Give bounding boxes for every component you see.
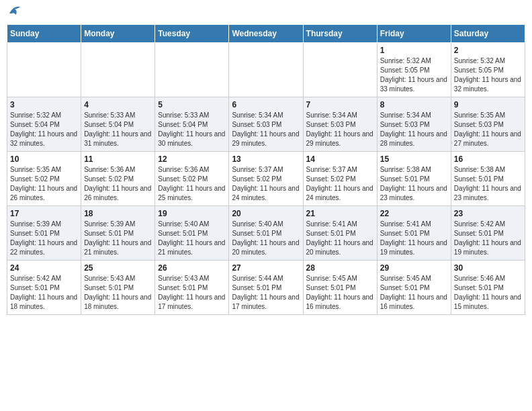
day-number: 17 — [10, 209, 78, 218]
calendar-week-row: 1Sunrise: 5:32 AM Sunset: 5:05 PM Daylig… — [7, 43, 525, 97]
calendar-cell: 16Sunrise: 5:38 AM Sunset: 5:01 PM Dayli… — [451, 152, 525, 206]
calendar-header-row: SundayMondayTuesdayWednesdayThursdayFrid… — [7, 25, 525, 43]
day-info: Sunrise: 5:33 AM Sunset: 5:04 PM Dayligh… — [84, 111, 152, 148]
calendar-cell: 5Sunrise: 5:33 AM Sunset: 5:04 PM Daylig… — [155, 97, 229, 152]
calendar-cell: 3Sunrise: 5:32 AM Sunset: 5:04 PM Daylig… — [7, 97, 81, 152]
page-header — [7, 7, 525, 19]
day-info: Sunrise: 5:39 AM Sunset: 5:01 PM Dayligh… — [84, 220, 152, 257]
day-number: 14 — [306, 154, 374, 164]
day-info: Sunrise: 5:43 AM Sunset: 5:01 PM Dayligh… — [158, 274, 226, 312]
day-number: 29 — [380, 263, 448, 273]
day-number: 11 — [84, 154, 152, 164]
calendar-cell: 17Sunrise: 5:39 AM Sunset: 5:01 PM Dayli… — [7, 206, 81, 261]
day-number: 13 — [232, 154, 300, 164]
day-number: 30 — [454, 263, 522, 273]
calendar-cell — [155, 43, 229, 97]
day-info: Sunrise: 5:37 AM Sunset: 5:02 PM Dayligh… — [306, 165, 374, 203]
logo-bird-icon — [8, 4, 23, 19]
calendar-cell — [81, 43, 155, 97]
day-number: 12 — [158, 154, 226, 164]
day-info: Sunrise: 5:45 AM Sunset: 5:01 PM Dayligh… — [380, 274, 448, 312]
day-info: Sunrise: 5:38 AM Sunset: 5:01 PM Dayligh… — [380, 165, 448, 203]
day-info: Sunrise: 5:42 AM Sunset: 5:01 PM Dayligh… — [454, 220, 522, 257]
calendar-cell: 12Sunrise: 5:36 AM Sunset: 5:02 PM Dayli… — [155, 152, 229, 206]
calendar-cell: 26Sunrise: 5:43 AM Sunset: 5:01 PM Dayli… — [155, 261, 229, 315]
day-info: Sunrise: 5:34 AM Sunset: 5:03 PM Dayligh… — [232, 111, 300, 148]
day-number: 3 — [10, 100, 78, 109]
calendar-week-row: 3Sunrise: 5:32 AM Sunset: 5:04 PM Daylig… — [7, 97, 525, 152]
weekday-header: Sunday — [7, 25, 81, 43]
day-info: Sunrise: 5:32 AM Sunset: 5:05 PM Dayligh… — [380, 56, 448, 94]
calendar-cell: 20Sunrise: 5:40 AM Sunset: 5:01 PM Dayli… — [229, 206, 303, 261]
calendar-cell: 19Sunrise: 5:40 AM Sunset: 5:01 PM Dayli… — [155, 206, 229, 261]
calendar-cell: 23Sunrise: 5:42 AM Sunset: 5:01 PM Dayli… — [451, 206, 525, 261]
calendar-cell: 4Sunrise: 5:33 AM Sunset: 5:04 PM Daylig… — [81, 97, 155, 152]
day-number: 2 — [454, 46, 522, 55]
calendar-cell: 6Sunrise: 5:34 AM Sunset: 5:03 PM Daylig… — [229, 97, 303, 152]
logo — [7, 7, 23, 19]
day-info: Sunrise: 5:34 AM Sunset: 5:03 PM Dayligh… — [380, 111, 448, 148]
day-info: Sunrise: 5:34 AM Sunset: 5:03 PM Dayligh… — [306, 111, 374, 148]
day-info: Sunrise: 5:35 AM Sunset: 5:03 PM Dayligh… — [454, 111, 522, 148]
calendar-cell: 13Sunrise: 5:37 AM Sunset: 5:02 PM Dayli… — [229, 152, 303, 206]
day-number: 6 — [232, 100, 300, 109]
day-info: Sunrise: 5:39 AM Sunset: 5:01 PM Dayligh… — [10, 220, 78, 257]
day-number: 27 — [232, 263, 300, 273]
calendar-cell: 8Sunrise: 5:34 AM Sunset: 5:03 PM Daylig… — [377, 97, 451, 152]
calendar-cell: 2Sunrise: 5:32 AM Sunset: 5:05 PM Daylig… — [451, 43, 525, 97]
day-info: Sunrise: 5:43 AM Sunset: 5:01 PM Dayligh… — [84, 274, 152, 312]
day-info: Sunrise: 5:40 AM Sunset: 5:01 PM Dayligh… — [232, 220, 300, 257]
day-number: 24 — [10, 263, 78, 273]
calendar-cell: 21Sunrise: 5:41 AM Sunset: 5:01 PM Dayli… — [303, 206, 377, 261]
calendar-cell: 30Sunrise: 5:46 AM Sunset: 5:01 PM Dayli… — [451, 261, 525, 315]
calendar-cell: 28Sunrise: 5:45 AM Sunset: 5:01 PM Dayli… — [303, 261, 377, 315]
calendar-cell: 11Sunrise: 5:36 AM Sunset: 5:02 PM Dayli… — [81, 152, 155, 206]
calendar-cell: 1Sunrise: 5:32 AM Sunset: 5:05 PM Daylig… — [377, 43, 451, 97]
weekday-header: Wednesday — [229, 25, 303, 43]
day-info: Sunrise: 5:46 AM Sunset: 5:01 PM Dayligh… — [454, 274, 522, 312]
calendar-cell: 25Sunrise: 5:43 AM Sunset: 5:01 PM Dayli… — [81, 261, 155, 315]
calendar-week-row: 10Sunrise: 5:35 AM Sunset: 5:02 PM Dayli… — [7, 152, 525, 206]
calendar-cell: 10Sunrise: 5:35 AM Sunset: 5:02 PM Dayli… — [7, 152, 81, 206]
day-number: 7 — [306, 100, 374, 109]
calendar-cell: 24Sunrise: 5:42 AM Sunset: 5:01 PM Dayli… — [7, 261, 81, 315]
day-info: Sunrise: 5:36 AM Sunset: 5:02 PM Dayligh… — [158, 165, 226, 203]
calendar-cell: 14Sunrise: 5:37 AM Sunset: 5:02 PM Dayli… — [303, 152, 377, 206]
day-info: Sunrise: 5:41 AM Sunset: 5:01 PM Dayligh… — [380, 220, 448, 257]
weekday-header: Monday — [81, 25, 155, 43]
day-number: 26 — [158, 263, 226, 273]
calendar-table: SundayMondayTuesdayWednesdayThursdayFrid… — [7, 24, 525, 315]
day-number: 9 — [454, 100, 522, 109]
day-info: Sunrise: 5:32 AM Sunset: 5:04 PM Dayligh… — [10, 111, 78, 148]
calendar-cell — [303, 43, 377, 97]
day-info: Sunrise: 5:32 AM Sunset: 5:05 PM Dayligh… — [454, 56, 522, 94]
day-number: 4 — [84, 100, 152, 109]
calendar-cell: 27Sunrise: 5:44 AM Sunset: 5:01 PM Dayli… — [229, 261, 303, 315]
weekday-header: Tuesday — [155, 25, 229, 43]
weekday-header: Saturday — [451, 25, 525, 43]
day-info: Sunrise: 5:36 AM Sunset: 5:02 PM Dayligh… — [84, 165, 152, 203]
calendar-week-row: 24Sunrise: 5:42 AM Sunset: 5:01 PM Dayli… — [7, 261, 525, 315]
day-number: 21 — [306, 209, 374, 218]
calendar-cell: 15Sunrise: 5:38 AM Sunset: 5:01 PM Dayli… — [377, 152, 451, 206]
calendar-cell — [7, 43, 81, 97]
weekday-header: Thursday — [303, 25, 377, 43]
day-number: 15 — [380, 154, 448, 164]
day-number: 22 — [380, 209, 448, 218]
day-info: Sunrise: 5:38 AM Sunset: 5:01 PM Dayligh… — [454, 165, 522, 203]
day-number: 18 — [84, 209, 152, 218]
calendar-cell: 7Sunrise: 5:34 AM Sunset: 5:03 PM Daylig… — [303, 97, 377, 152]
day-info: Sunrise: 5:42 AM Sunset: 5:01 PM Dayligh… — [10, 274, 78, 312]
day-info: Sunrise: 5:40 AM Sunset: 5:01 PM Dayligh… — [158, 220, 226, 257]
day-number: 28 — [306, 263, 374, 273]
calendar-cell: 29Sunrise: 5:45 AM Sunset: 5:01 PM Dayli… — [377, 261, 451, 315]
calendar-cell: 18Sunrise: 5:39 AM Sunset: 5:01 PM Dayli… — [81, 206, 155, 261]
day-number: 10 — [10, 154, 78, 164]
day-info: Sunrise: 5:44 AM Sunset: 5:01 PM Dayligh… — [232, 274, 300, 312]
calendar-cell: 22Sunrise: 5:41 AM Sunset: 5:01 PM Dayli… — [377, 206, 451, 261]
calendar-cell — [229, 43, 303, 97]
day-info: Sunrise: 5:41 AM Sunset: 5:01 PM Dayligh… — [306, 220, 374, 257]
day-info: Sunrise: 5:33 AM Sunset: 5:04 PM Dayligh… — [158, 111, 226, 148]
day-number: 23 — [454, 209, 522, 218]
calendar-week-row: 17Sunrise: 5:39 AM Sunset: 5:01 PM Dayli… — [7, 206, 525, 261]
